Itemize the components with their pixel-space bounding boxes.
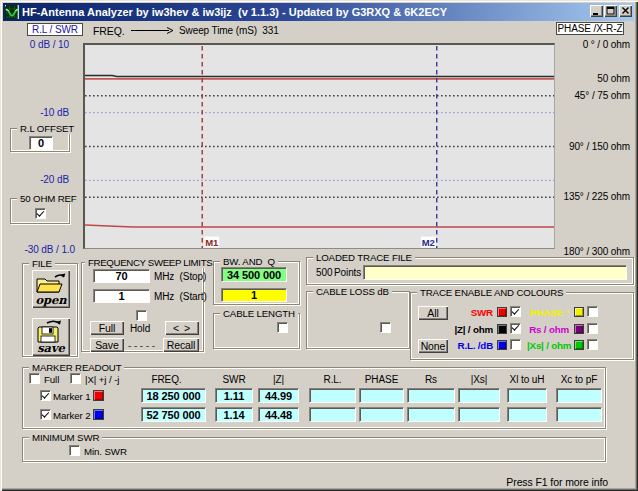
title-bar[interactable]: HF-Antenna Analyzer by iw3hev & iw3ijz (… <box>3 3 634 21</box>
legend-label: Rs / ohm <box>527 324 569 335</box>
chart-canvas: M1M2 <box>85 45 554 248</box>
marker-value-field[interactable] <box>359 388 404 403</box>
marker-value-field[interactable] <box>458 388 500 403</box>
marker-value-field[interactable] <box>458 407 500 422</box>
min-swr-title: MINIMUM SWR <box>29 432 102 443</box>
left-scale-box: R.L / SWR <box>27 23 83 36</box>
marker-value-field[interactable] <box>407 407 455 422</box>
marker-value-field[interactable]: 18 250 000 <box>141 388 206 403</box>
all-traces-button[interactable]: All <box>418 306 448 320</box>
legend-swatch <box>497 340 507 350</box>
stop-freq-input[interactable]: 70 <box>93 269 150 283</box>
marker-value-field[interactable] <box>556 388 602 403</box>
sweep-time-label: Sweep Time (mS) 331 <box>179 25 279 36</box>
cable-loss-title: CABLE LOSS dB <box>313 286 392 297</box>
marker-color-swatch <box>93 390 104 401</box>
minimize-button[interactable] <box>590 5 603 17</box>
legend-swatch <box>497 324 507 334</box>
legend-checkbox[interactable] <box>587 339 598 350</box>
span-button[interactable]: < > <box>165 321 199 335</box>
app-window: HF-Antenna Analyzer by iw3hev & iw3ijz (… <box>0 0 638 491</box>
open-file-button[interactable]: open <box>32 270 70 308</box>
marker-value-field[interactable] <box>407 388 455 403</box>
recall-sweep-button[interactable]: Recall <box>163 338 199 352</box>
maximize-button[interactable] <box>604 5 617 17</box>
left-axis-label: 0 dB / 10 <box>4 39 69 50</box>
rl-offset-input[interactable]: 0 <box>29 136 53 150</box>
bw-q-title: BW. AND Q <box>220 256 278 267</box>
trace-file-field[interactable] <box>363 265 627 280</box>
loaded-trace-title: LOADED TRACE FILE <box>313 252 415 263</box>
open-button-label: open <box>32 293 70 307</box>
file-group: FILE open save <box>22 263 78 357</box>
min-swr-checkbox[interactable] <box>69 445 80 456</box>
full-sweep-button[interactable]: Full <box>90 321 124 335</box>
cable-length-group: CABLE LENGTH <box>213 313 300 349</box>
legend-checkbox[interactable] <box>510 339 521 350</box>
points-label: Points <box>334 267 361 278</box>
marker-row-label: Marker 2 <box>53 410 90 421</box>
left-axis-label: -10 dB <box>4 107 69 118</box>
close-button[interactable] <box>619 5 632 17</box>
open-folder-icon <box>33 271 69 295</box>
window-title: HF-Antenna Analyzer by iw3hev & iw3ijz (… <box>22 6 447 18</box>
right-axis-label: 0 ° / 0 ohm <box>556 39 630 50</box>
min-swr-label: Min. SWR <box>84 446 127 457</box>
none-traces-button[interactable]: None <box>418 339 448 353</box>
left-axis-label: -30 dB / 1.0 <box>4 244 75 255</box>
marker-color-swatch <box>93 409 104 420</box>
marker-value-field[interactable] <box>507 407 547 422</box>
sweep-dashes: - - - - - <box>128 340 155 351</box>
legend-checkbox[interactable] <box>510 323 521 334</box>
rl-offset-title: R.L OFFSET <box>17 123 77 134</box>
sweep-group: FREQUENCY SWEEP LIMITS 70 MHz (Stop) 1 M… <box>81 262 204 352</box>
marker-enable-checkbox[interactable] <box>40 409 51 420</box>
min-swr-group: MINIMUM SWR Min. SWR <box>22 437 606 462</box>
marker-value-field[interactable] <box>359 407 404 422</box>
cable-loss-checkbox[interactable] <box>380 322 391 333</box>
marker-value-field[interactable]: 44.48 <box>258 407 299 422</box>
chart-plot-area[interactable]: M1M2 <box>83 43 555 249</box>
legend-checkbox[interactable] <box>587 323 598 334</box>
xj-checkbox[interactable] <box>70 373 81 384</box>
legend-checkbox[interactable] <box>587 306 598 317</box>
bandwidth-field[interactable]: 34 500 000 <box>221 267 287 282</box>
freq-label: FREQ. <box>93 25 125 37</box>
start-freq-label: MHz (Start) <box>154 291 207 302</box>
ohm-ref-checkbox[interactable] <box>35 208 46 219</box>
marker-row-label: Marker 1 <box>53 391 90 402</box>
marker-value-field[interactable]: 44.99 <box>258 388 299 403</box>
marker-value-field[interactable] <box>507 388 547 403</box>
marker-enable-checkbox[interactable] <box>40 390 51 401</box>
points-value: 500 <box>316 267 332 278</box>
save-file-button[interactable]: save <box>32 318 70 356</box>
marker-value-field[interactable] <box>556 407 602 422</box>
cable-length-checkbox[interactable] <box>277 322 288 333</box>
marker-value-field[interactable]: 52 750 000 <box>141 407 206 422</box>
save-floppy-icon <box>33 319 69 343</box>
legend-swatch <box>497 307 507 317</box>
trace <box>85 225 554 227</box>
ohm-ref-title: 50 OHM REF <box>17 193 80 204</box>
q-field[interactable]: 1 <box>221 288 287 302</box>
start-freq-input[interactable]: 1 <box>93 289 150 303</box>
save-sweep-button[interactable]: Save <box>90 338 124 352</box>
xj-label: |X| +j / -j <box>85 374 119 385</box>
hold-checkbox[interactable] <box>136 310 147 321</box>
full-readout-checkbox[interactable] <box>29 373 40 384</box>
right-scale-box: PHASE /X-R-Z <box>556 22 624 35</box>
marker-readout-title: MARKER READOUT <box>29 362 124 373</box>
marker-column-header: Xc to pF <box>539 374 619 385</box>
marker-value-field[interactable] <box>309 388 356 403</box>
cable-loss-group: CABLE LOSS dB <box>306 291 410 349</box>
cable-length-title: CABLE LENGTH <box>220 308 298 319</box>
marker-readout-group: MARKER READOUT Full |X| +j / -j FREQ.SWR… <box>22 367 606 429</box>
marker-value-field[interactable]: 1.11 <box>215 388 253 403</box>
marker-value-field[interactable] <box>309 407 356 422</box>
window-buttons <box>589 5 632 17</box>
marker-value-field[interactable]: 1.14 <box>215 407 253 422</box>
trace <box>85 75 554 76</box>
legend-checkbox[interactable] <box>510 306 521 317</box>
legend-swatch <box>574 340 584 350</box>
legend-label: SWR <box>451 307 493 318</box>
